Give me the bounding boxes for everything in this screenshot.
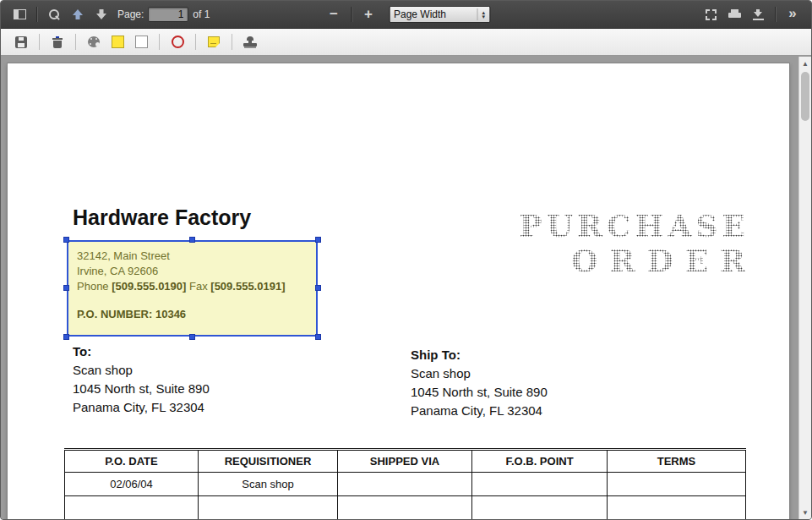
zoom-in-button[interactable]: + <box>357 3 380 25</box>
highlight-color-button[interactable] <box>106 31 129 53</box>
toolbar-separator <box>195 34 196 50</box>
table-row <box>65 496 746 520</box>
stamp-tool-button[interactable] <box>238 31 262 53</box>
download-icon <box>753 9 764 20</box>
page-label: Page: <box>117 8 144 20</box>
save-button[interactable] <box>9 31 33 53</box>
toolbar-separator <box>232 34 232 50</box>
table-cell <box>338 473 472 496</box>
fullscreen-icon <box>706 9 717 20</box>
trash-icon <box>52 36 63 48</box>
company-name: Hardware Factory <box>73 205 251 230</box>
stamp-icon <box>243 36 257 48</box>
sidebar-toggle-icon <box>14 9 26 19</box>
toolbar-separator <box>775 7 776 22</box>
table-cell: 02/06/04 <box>65 473 199 496</box>
ship-to-label: Ship To: <box>411 346 548 364</box>
note-po-number: P.O. NUMBER: 10346 <box>77 307 308 322</box>
arrow-up-icon <box>73 9 84 19</box>
to-line: 1045 North st, Suite 890 <box>73 380 210 398</box>
annotation-handle-e[interactable] <box>315 285 321 291</box>
ship-to-line: 1045 North st, Suite 890 <box>411 383 548 402</box>
search-icon <box>49 9 60 20</box>
to-line: Scan shop <box>73 361 210 380</box>
toolbar-separator <box>39 34 40 50</box>
previous-page-button[interactable] <box>66 3 90 25</box>
ship-to-line: Scan shop <box>411 364 548 383</box>
zoom-select[interactable]: Page Width ▴▾ <box>389 6 490 23</box>
to-label: To: <box>73 342 210 361</box>
annotation-handle-se[interactable] <box>315 334 321 340</box>
stamp-line-1: PURCHASE <box>520 209 749 244</box>
po-table: P.O. DATE REQUISITIONER SHIPPED VIA F.O.… <box>64 448 746 519</box>
print-button[interactable] <box>722 3 746 25</box>
sticky-note-tool-button[interactable] <box>202 31 226 53</box>
annotation-handle-sw[interactable] <box>63 334 69 340</box>
stamp-line-2: ORDER <box>520 244 757 278</box>
annotation-handle-s[interactable] <box>189 334 195 340</box>
page-number-input[interactable] <box>148 7 188 22</box>
to-address-block: To: Scan shop 1045 North st, Suite 890 P… <box>73 342 210 417</box>
page-count-label: of 1 <box>193 8 210 20</box>
scrollbar-down-arrow-icon[interactable]: ▼ <box>799 506 811 519</box>
po-table-header: REQUISITIONER <box>199 450 338 473</box>
po-table-header: SHIPPED VIA <box>338 450 472 473</box>
ship-to-line: Panama City, FL 32304 <box>411 402 548 420</box>
note-phone-line: Phone [509.555.0190] Fax [509.555.0191] <box>77 279 308 294</box>
note-address-line-2: Irvine, CA 92606 <box>77 264 308 279</box>
color-picker-button[interactable] <box>82 31 106 53</box>
toolbar-separator <box>75 34 76 50</box>
to-line: Panama City, FL 32304 <box>73 398 210 417</box>
delete-annotation-button[interactable] <box>46 31 69 53</box>
annotation-toolbar <box>1 29 811 56</box>
po-table-header: TERMS <box>608 450 746 473</box>
toolbar-separator <box>351 7 352 22</box>
pdf-page: Hardware Factory PURCHASE ORDER 32142, M… <box>8 63 789 519</box>
vertical-scrollbar[interactable]: ▲ ▼ <box>798 57 811 519</box>
red-circle-icon <box>172 36 184 48</box>
annotation-handle-ne[interactable] <box>315 237 321 243</box>
document-viewer[interactable]: Hardware Factory PURCHASE ORDER 32142, M… <box>1 57 811 519</box>
pdf-viewer-window: Page: of 1 − + Page Width ▴▾ <box>0 0 812 520</box>
arrow-down-icon <box>96 9 107 19</box>
white-swatch-icon <box>135 36 148 48</box>
print-icon <box>728 9 741 20</box>
annotation-handle-n[interactable] <box>189 237 195 243</box>
note-icon <box>208 36 220 47</box>
more-tools-button[interactable]: » <box>781 3 804 25</box>
zoom-select-value: Page Width <box>394 8 477 20</box>
zoom-out-button[interactable]: − <box>322 3 346 25</box>
po-table-header: F.O.B. POINT <box>472 450 608 473</box>
table-cell <box>472 496 608 520</box>
toolbar-separator <box>159 34 160 50</box>
palette-icon <box>88 36 100 47</box>
search-button[interactable] <box>42 3 66 25</box>
table-cell <box>608 496 746 520</box>
fill-color-button[interactable] <box>129 31 153 53</box>
zoom-controls: − + Page Width ▴▾ <box>322 1 490 28</box>
presentation-mode-button[interactable] <box>699 3 722 25</box>
ship-to-address-block: Ship To: Scan shop 1045 North st, Suite … <box>411 346 548 420</box>
table-cell <box>472 473 608 496</box>
toolbar-right-group: » <box>699 3 804 25</box>
table-cell: Scan shop <box>199 473 338 496</box>
download-button[interactable] <box>746 3 770 25</box>
next-page-button[interactable] <box>90 3 113 25</box>
note-address-line-1: 32142, Main Street <box>77 249 308 264</box>
selected-note-annotation[interactable]: 32142, Main Street Irvine, CA 92606 Phon… <box>67 240 318 337</box>
annotation-handle-nw[interactable] <box>63 237 69 243</box>
po-table-header: P.O. DATE <box>65 450 199 473</box>
main-toolbar: Page: of 1 − + Page Width ▴▾ <box>1 1 811 29</box>
toolbar-separator <box>36 7 37 22</box>
table-cell <box>338 496 472 520</box>
po-table-header-row: P.O. DATE REQUISITIONER SHIPPED VIA F.O.… <box>65 450 746 473</box>
select-arrows-icon: ▴▾ <box>477 8 485 20</box>
table-cell <box>608 473 746 496</box>
table-cell <box>65 496 199 520</box>
scrollbar-up-arrow-icon[interactable]: ▲ <box>799 57 811 70</box>
annotation-handle-w[interactable] <box>63 285 69 291</box>
ellipse-tool-button[interactable] <box>166 31 189 53</box>
table-row: 02/06/04 Scan shop <box>65 473 746 496</box>
scrollbar-thumb[interactable] <box>801 72 809 121</box>
sidebar-toggle-button[interactable] <box>8 3 31 25</box>
